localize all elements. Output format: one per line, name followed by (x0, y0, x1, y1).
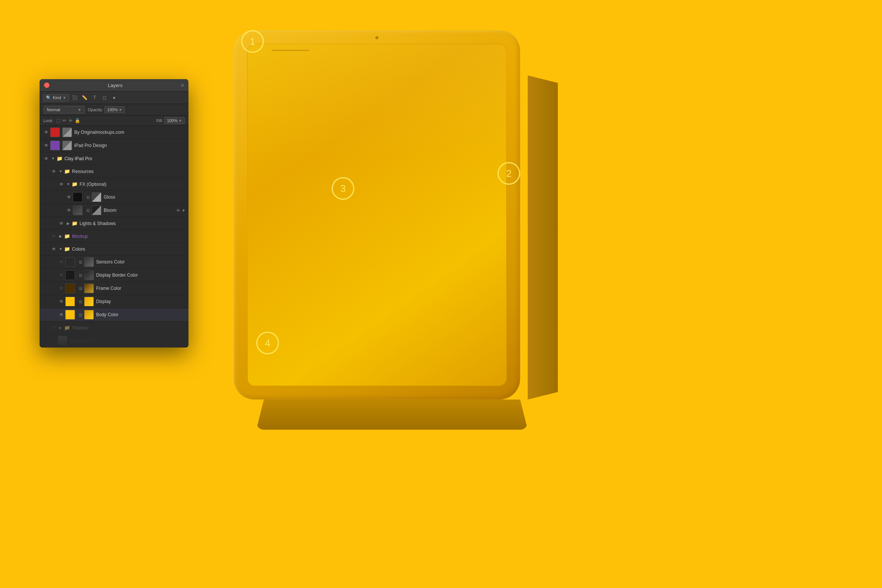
expand-arrow[interactable]: ▼ (58, 246, 64, 252)
list-item[interactable]: 👁 ▼ 📁 Clay iPad Pro (40, 152, 188, 165)
layer-name: By Originalmockups.com (74, 130, 185, 135)
eye-icon[interactable]: 👁 (43, 155, 50, 162)
eye-icon[interactable]: 👁 (50, 233, 58, 240)
list-item[interactable]: 👁 ⛓ Sensors Color (40, 256, 188, 269)
layer-thumb2 (84, 297, 94, 306)
eye-icon[interactable]: 👁 (58, 181, 65, 188)
layer-thumb2 (84, 310, 94, 320)
opacity-label: Opacity: (88, 107, 103, 112)
eye-icon[interactable]: 👁 (58, 258, 65, 266)
eye-icon[interactable]: 👁 (43, 142, 50, 149)
layer-name: FX (Optional) (80, 182, 185, 187)
list-item[interactable]: 👁 iPad Pro Design (40, 139, 188, 152)
panel-menu-icon[interactable]: ≡ (181, 82, 184, 88)
layer-thumb (65, 310, 75, 320)
layer-thumb2 (84, 283, 94, 293)
expand-arrow[interactable]: ▶ (58, 233, 64, 239)
ipad-side-right (528, 75, 558, 400)
kind-label: Kind (53, 95, 61, 100)
annotation-2: 2 (498, 162, 520, 185)
eye-icon[interactable]: 👁 (58, 285, 65, 292)
list-item[interactable]: 👁 Background (40, 334, 188, 348)
chain-icon: ⛓ (86, 208, 91, 213)
eye-icon[interactable]: 👁 (43, 129, 50, 136)
kind-dropdown[interactable]: 🔍 Kind ▼ (43, 94, 69, 101)
layer-name: Gloss (104, 194, 185, 200)
chevron-icon[interactable]: ▼ (182, 208, 185, 213)
list-item[interactable]: 👁 ▼ 📁 FX (Optional) (40, 178, 188, 191)
eye-icon[interactable]: 👁 (50, 324, 58, 332)
eye-icon[interactable]: 👁 (58, 271, 65, 279)
text-filter-icon[interactable]: T (91, 94, 98, 101)
list-item[interactable]: 👁 By Originalmockups.com (40, 126, 188, 139)
eye-icon[interactable]: 👁 (58, 220, 65, 227)
visibility-icon[interactable]: 👁 (176, 208, 180, 213)
layer-thumb (50, 127, 60, 137)
folder-icon: 📁 (64, 325, 70, 331)
list-item[interactable]: 👁 ▶ 📁 Shadow (40, 322, 188, 334)
lock-move-icon[interactable]: ✛ (69, 118, 72, 123)
layer-name: iPad Pro Design (74, 143, 185, 148)
layer-name: Background (70, 338, 185, 343)
chevron-down-icon: ▼ (63, 96, 66, 100)
shape-filter-icon[interactable]: ◻ (101, 94, 108, 101)
list-item[interactable]: 👁 ⛓ Frame Color (40, 282, 188, 295)
opacity-value: 100% (107, 107, 118, 112)
chain-icon: ⛓ (86, 195, 91, 199)
list-item[interactable]: 👁 ⛓ Display Border Color (40, 269, 188, 282)
folder-icon: 📁 (64, 233, 70, 240)
folder-icon: 📁 (56, 155, 63, 162)
opacity-value-box[interactable]: 100% ▼ (104, 106, 125, 113)
lock-fill-row: Lock: ⬚ ✏ ✛ 🔒 Fill: 100% ▼ (40, 116, 188, 126)
expand-arrow[interactable]: ▼ (65, 181, 71, 187)
lock-brush-icon[interactable]: ✏ (63, 118, 66, 123)
eye-icon[interactable]: 👁 (65, 193, 73, 201)
annotation-1: 1 (241, 30, 264, 53)
thumb-mask2 (92, 192, 101, 202)
list-item[interactable]: 👁 ⛓ Display (40, 295, 188, 308)
smart-filter-icon[interactable]: ● (110, 94, 118, 101)
eye-icon[interactable]: 👁 (50, 337, 58, 345)
layer-name: Lights & Shadows (80, 221, 185, 226)
list-item[interactable]: 👁 ▼ 📁 Colors (40, 243, 188, 256)
list-item[interactable]: 👁 ⛓ Bloom 👁 ▼ (40, 204, 188, 217)
close-button[interactable] (44, 83, 49, 88)
pixel-filter-icon[interactable]: ⬛ (71, 94, 79, 101)
annotation-3: 3 (332, 177, 354, 200)
list-item[interactable]: 👁 ▶ 📁 Lights & Shadows (40, 217, 188, 230)
eye-icon[interactable]: 👁 (65, 207, 73, 214)
ipad-top-speaker (271, 50, 309, 51)
layer-thumb (65, 270, 75, 280)
layer-extra-icons: 👁 ▼ (176, 208, 185, 213)
expand-arrow[interactable]: ▶ (65, 220, 71, 227)
brush-filter-icon[interactable]: ✏️ (81, 94, 89, 101)
eye-icon[interactable]: 👁 (50, 245, 58, 253)
eye-icon[interactable]: 👁 (58, 311, 65, 318)
list-item[interactable]: 👁 ▶ 📁 Mockup (40, 230, 188, 243)
eye-icon[interactable]: 👁 (58, 298, 65, 305)
fill-value: 100% (167, 118, 178, 123)
fill-value-box[interactable]: 100% ▼ (164, 117, 185, 124)
layer-thumb2 (84, 270, 94, 280)
expand-arrow[interactable]: ▼ (58, 168, 64, 175)
lock-transparent-icon[interactable]: ⬚ (56, 118, 60, 123)
eye-icon[interactable]: 👁 (50, 168, 58, 175)
chain-icon: ⛓ (78, 286, 83, 291)
list-item[interactable]: 👁 ⛓ Body Color (40, 308, 188, 322)
lock-all-icon[interactable]: 🔒 (75, 118, 80, 123)
layer-name: Bloom (104, 208, 176, 213)
thumb-mask2 (92, 205, 101, 215)
layer-name: Frame Color (96, 286, 185, 291)
fill-control: Fill: 100% ▼ (156, 117, 185, 124)
expand-arrow[interactable]: ▶ (58, 325, 64, 331)
lock-label: Lock: (43, 118, 53, 123)
blend-mode-dropdown[interactable]: Normal ▼ (43, 106, 85, 113)
panel-title: Layers (108, 83, 122, 88)
list-item[interactable]: 👁 ▼ 📁 Resources (40, 165, 188, 178)
layer-thumb (73, 192, 83, 202)
folder-icon: 📁 (71, 181, 78, 188)
expand-arrow[interactable]: ▼ (50, 156, 56, 162)
list-item[interactable]: 👁 ⛓ Gloss (40, 191, 188, 204)
filter-toolbar: 🔍 Kind ▼ ⬛ ✏️ T ◻ ● (40, 92, 188, 104)
opacity-control: Opacity: 100% ▼ (88, 106, 125, 113)
